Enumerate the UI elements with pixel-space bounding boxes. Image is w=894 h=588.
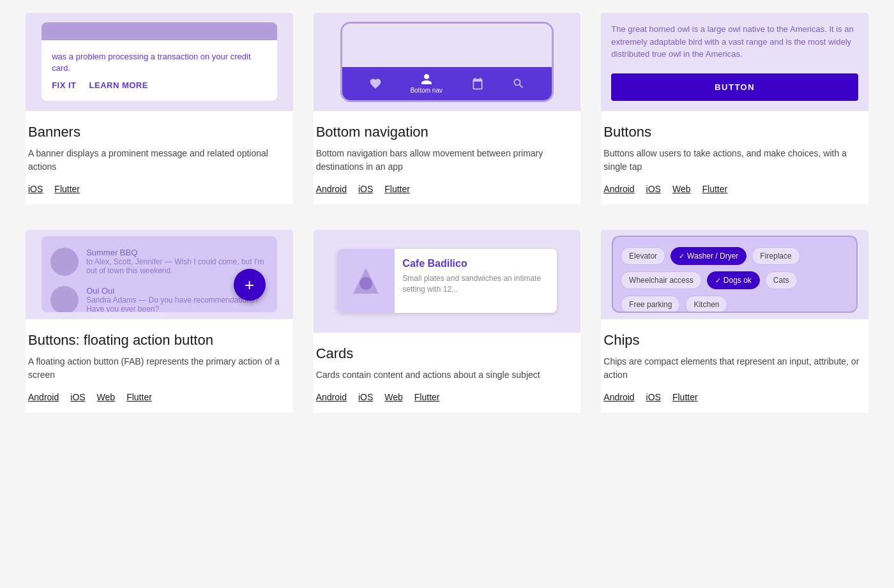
- card-cards: Cafe Badilico Small plates and sandwiche…: [314, 230, 581, 412]
- preview-banners: was a problem processing a transaction o…: [26, 13, 293, 111]
- banner-content: was a problem processing a transaction o…: [42, 40, 277, 101]
- card-preview-thumb: [337, 249, 395, 313]
- bottom-nav-search: [512, 77, 525, 90]
- link-bottom-nav-android[interactable]: Android: [316, 184, 347, 194]
- banner-top-bar: [42, 22, 277, 40]
- link-chips-flutter[interactable]: Flutter: [672, 392, 698, 402]
- card-title-buttons: Buttons: [603, 124, 866, 140]
- link-buttons-android[interactable]: Android: [603, 184, 634, 194]
- card-cafe-desc: Small plates and sandwiches an intimate …: [402, 273, 549, 295]
- banner-learn-more: LEARN MORE: [89, 80, 148, 90]
- chip-free-parking[interactable]: Free parking: [621, 296, 680, 312]
- chips-row-2: Free parking Kitchen: [621, 296, 849, 312]
- button-preview-cta: BUTTON: [611, 73, 858, 101]
- chips-row-0: Elevator ✓ Washer / Dryer Fireplace: [621, 247, 849, 265]
- card-body-bottom-nav: Bottom navigation Bottom navigation bars…: [314, 111, 581, 204]
- banner-inner: was a problem processing a transaction o…: [42, 22, 277, 101]
- link-chips-android[interactable]: Android: [603, 392, 634, 402]
- card-body-buttons: Buttons Buttons allow users to take acti…: [601, 111, 868, 204]
- card-title-banners: Banners: [28, 124, 291, 140]
- preview-cards: Cafe Badilico Small plates and sandwiche…: [314, 230, 581, 333]
- person-icon: [420, 73, 433, 86]
- card-cafe-name: Cafe Badilico: [402, 258, 549, 269]
- card-title-bottom-nav: Bottom navigation: [316, 124, 579, 140]
- link-cards-web[interactable]: Web: [384, 392, 403, 402]
- bottom-nav-heart: [369, 77, 382, 90]
- chip-fireplace[interactable]: Fireplace: [752, 247, 799, 265]
- card-desc-buttons: Buttons allow users to take actions, and…: [603, 147, 866, 174]
- card-banners: was a problem processing a transaction o…: [26, 13, 293, 204]
- bottom-nav-person: Bottom nav: [410, 73, 443, 94]
- bottom-nav-calendar: [471, 77, 484, 90]
- fab-list: Summer BBQ to Alex, Scott, Jennifer — Wi…: [42, 236, 277, 312]
- bottom-nav-device: Bottom nav: [340, 22, 554, 102]
- card-chips: Elevator ✓ Washer / Dryer Fireplace Whee…: [601, 230, 868, 412]
- preview-buttons: The great horned owl is a large owl nati…: [601, 13, 868, 111]
- card-desc-bottom-nav: Bottom navigation bars allow movement be…: [316, 147, 579, 174]
- shape-icon: [351, 266, 381, 296]
- card-preview-inner: Cafe Badilico Small plates and sandwiche…: [337, 249, 556, 313]
- link-buttons-web[interactable]: Web: [672, 184, 691, 194]
- chip-washer-dryer[interactable]: ✓ Washer / Dryer: [670, 247, 746, 265]
- link-cards-flutter[interactable]: Flutter: [414, 392, 440, 402]
- card-bottom-nav: Bottom nav Bottom navigation Bottom navi…: [314, 13, 581, 204]
- card-body-cards: Cards Cards contain content and actions …: [314, 333, 581, 412]
- card-buttons: The great horned owl is a large owl nati…: [601, 13, 868, 204]
- card-title-chips: Chips: [603, 332, 866, 349]
- link-banners-flutter[interactable]: Flutter: [54, 184, 80, 194]
- link-bottom-nav-ios[interactable]: iOS: [358, 184, 373, 194]
- bottom-nav-bar: Bottom nav: [342, 67, 552, 100]
- card-links-bottom-nav: Android iOS Flutter: [316, 184, 579, 194]
- card-links-fab: Android iOS Web Flutter: [28, 392, 291, 402]
- calendar-icon: [471, 77, 484, 90]
- preview-bottom-nav: Bottom nav: [314, 13, 581, 111]
- heart-icon: [369, 77, 382, 90]
- search-icon: [512, 77, 525, 90]
- link-cards-ios[interactable]: iOS: [358, 392, 373, 402]
- bottom-nav-screen: [342, 24, 552, 67]
- fab-avatar-1: [50, 286, 79, 312]
- card-desc-cards: Cards contain content and actions about …: [316, 368, 579, 382]
- link-fab-web[interactable]: Web: [97, 392, 116, 402]
- chip-kitchen[interactable]: Kitchen: [685, 296, 727, 312]
- chip-dogs-check-icon: ✓: [715, 276, 721, 285]
- preview-chips: Elevator ✓ Washer / Dryer Fireplace Whee…: [601, 230, 868, 319]
- card-links-cards: Android iOS Web Flutter: [316, 392, 579, 402]
- link-cards-android[interactable]: Android: [316, 392, 347, 402]
- card-preview-text: Cafe Badilico Small plates and sandwiche…: [395, 249, 556, 313]
- link-banners-ios[interactable]: iOS: [28, 184, 43, 194]
- preview-fab: Summer BBQ to Alex, Scott, Jennifer — Wi…: [26, 230, 293, 319]
- fab-item-title-0: Summer BBQ: [86, 248, 268, 257]
- chips-row-1: Wheelchair access ✓ Dogs ok Cats: [621, 271, 849, 289]
- link-fab-ios[interactable]: iOS: [70, 392, 85, 402]
- card-desc-banners: A banner displays a prominent message an…: [28, 147, 291, 174]
- link-buttons-flutter[interactable]: Flutter: [702, 184, 727, 194]
- buttons-preview-text: The great horned owl is a large owl nati…: [611, 23, 858, 61]
- chip-elevator[interactable]: Elevator: [621, 247, 665, 265]
- chip-wheelchair[interactable]: Wheelchair access: [621, 271, 702, 289]
- card-body-fab: Buttons: floating action button A floati…: [26, 319, 293, 412]
- card-links-buttons: Android iOS Web Flutter: [603, 184, 866, 194]
- banner-actions: FIX IT LEARN MORE: [52, 80, 266, 90]
- card-desc-fab: A floating action button (FAB) represent…: [28, 355, 291, 382]
- banner-fix-it: FIX IT: [52, 80, 76, 90]
- fab-avatar-0: [50, 248, 79, 276]
- link-buttons-ios[interactable]: iOS: [646, 184, 661, 194]
- svg-point-1: [360, 277, 372, 290]
- link-bottom-nav-flutter[interactable]: Flutter: [384, 184, 410, 194]
- chip-dogs-ok[interactable]: ✓ Dogs ok: [707, 271, 760, 289]
- link-chips-ios[interactable]: iOS: [646, 392, 661, 402]
- chip-cats[interactable]: Cats: [765, 271, 798, 289]
- component-grid: was a problem processing a transaction o…: [26, 13, 868, 412]
- link-fab-flutter[interactable]: Flutter: [126, 392, 152, 402]
- chips-device: Elevator ✓ Washer / Dryer Fireplace Whee…: [612, 236, 858, 312]
- card-title-fab: Buttons: floating action button: [28, 332, 291, 349]
- card-title-cards: Cards: [316, 345, 579, 362]
- fab-action-button[interactable]: +: [234, 269, 266, 301]
- chip-check-icon: ✓: [679, 252, 685, 260]
- card-fab: Summer BBQ to Alex, Scott, Jennifer — Wi…: [26, 230, 293, 412]
- link-fab-android[interactable]: Android: [28, 392, 59, 402]
- card-links-banners: iOS Flutter: [28, 184, 291, 194]
- card-links-chips: Android iOS Flutter: [603, 392, 866, 402]
- card-body-banners: Banners A banner displays a prominent me…: [26, 111, 293, 204]
